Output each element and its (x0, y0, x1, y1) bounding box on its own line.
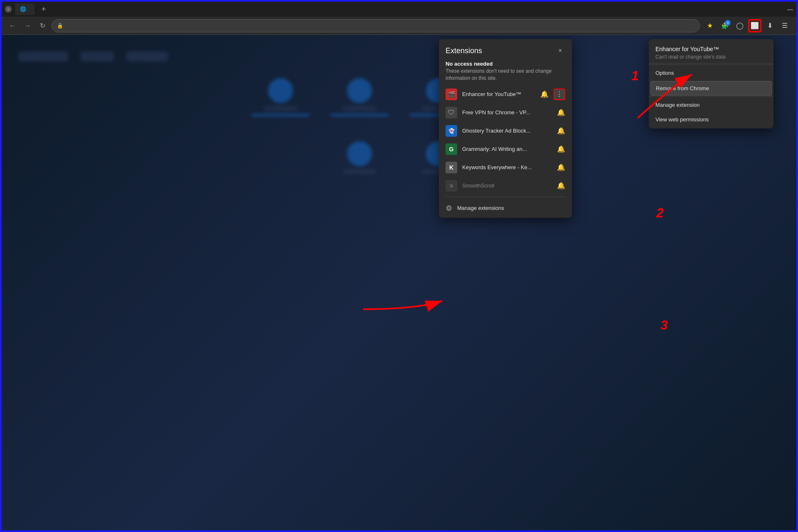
bg-line (343, 170, 376, 174)
ghostery-pin-icon[interactable]: 🔔 (557, 127, 565, 135)
extensions-counter-button[interactable]: 🧩 0 (718, 19, 732, 32)
panel-section: No access needed These extensions don't … (439, 59, 572, 85)
download-button[interactable]: ⬇ (763, 19, 776, 32)
panel-header: Extensions × (439, 39, 572, 59)
ctx-ext-status: Can't read or change site's data (655, 54, 767, 60)
ctx-remove-item[interactable]: Remove from Chrome (650, 81, 772, 96)
context-menu: Enhancer for YouTube™ Can't read or chan… (649, 39, 773, 128)
bg-line (264, 106, 297, 111)
enhancer-more-button[interactable]: ⋮ (554, 89, 565, 100)
panel-title: Extensions (446, 47, 482, 55)
browser-frame: × 🌐 + — ← → ↻ 🔒 ★ 🧩 0 ◯ ⬜ (2, 2, 796, 530)
extension-item-enhancer[interactable]: 🎬 Enhancer for YouTube™ 🔔 ⋮ (439, 85, 572, 103)
extension-item-ghostery[interactable]: 👻 Ghostery Tracker Ad Block... 🔔 (439, 122, 572, 140)
grammarly-icon: G (446, 143, 457, 155)
extensions-puzzle-icon: ⬜ (751, 22, 759, 30)
extensions-panel: Extensions × No access needed These exte… (439, 39, 572, 218)
ghostery-name: Ghostery Tracker Ad Block... (462, 128, 552, 134)
bg-avatar (268, 78, 293, 103)
extension-item-keywords[interactable]: K Keywords Everywhere - Ke... 🔔 (439, 158, 572, 177)
extension-item-smoothscroll[interactable]: ≡ SmoothScroll 🔔 (439, 177, 572, 195)
bg-element (18, 52, 68, 62)
smoothscroll-name: SmoothScroll (462, 182, 552, 189)
bg-card (330, 78, 389, 116)
menu-icon: ☰ (782, 22, 788, 30)
browser-toolbar: ← → ↻ 🔒 ★ 🧩 0 ◯ ⬜ ⬇ ☰ (2, 17, 796, 35)
active-tab[interactable]: 🌐 (15, 3, 34, 15)
enhancer-pin-icon[interactable]: 🔔 (540, 90, 549, 98)
ctx-manage-item[interactable]: Manage extension (649, 98, 773, 112)
profile-button[interactable]: ◯ (733, 19, 746, 32)
toolbar-icons: ★ 🧩 0 ◯ ⬜ ⬇ ☰ (703, 19, 791, 32)
forward-button[interactable]: → (22, 20, 33, 32)
bg-element (81, 52, 114, 62)
manage-gear-icon: ⚙ (446, 204, 452, 213)
address-bar[interactable]: 🔒 (52, 19, 700, 32)
enhancer-icon: 🎬 (446, 89, 457, 100)
ctx-options-item[interactable]: Options (649, 66, 773, 80)
keywords-name: Keywords Everywhere - Ke... (462, 164, 552, 170)
smoothscroll-icon: ≡ (446, 180, 457, 192)
vpn-icon: 🛡 (446, 107, 457, 118)
panel-close-button[interactable]: × (555, 46, 565, 56)
smoothscroll-pin-icon[interactable]: 🔔 (557, 182, 565, 190)
back-button[interactable]: ← (7, 20, 18, 32)
keywords-pin-icon[interactable]: 🔔 (557, 163, 565, 171)
bg-card (251, 78, 310, 116)
extensions-button[interactable]: ⬜ (748, 19, 761, 32)
manage-extensions-label: Manage extensions (457, 205, 504, 211)
context-menu-header: Enhancer for YouTube™ Can't read or chan… (649, 41, 773, 64)
vpn-pin-icon[interactable]: 🔔 (557, 108, 565, 116)
ctx-divider-1 (649, 64, 773, 65)
extensions-badge: 0 (725, 20, 731, 26)
menu-button[interactable]: ☰ (778, 19, 791, 32)
vpn-name: Free VPN for Chrome - VP... (462, 109, 552, 116)
ctx-ext-name: Enhancer for YouTube™ (655, 46, 767, 52)
section-heading: No access needed (446, 61, 565, 67)
bg-bar (251, 114, 310, 116)
bg-avatar (347, 141, 372, 166)
ctx-divider-2 (649, 96, 773, 97)
download-icon: ⬇ (767, 22, 773, 30)
ctx-permissions-item[interactable]: View web permissions (649, 112, 773, 127)
profile-icon: ◯ (736, 22, 744, 30)
ghostery-icon: 👻 (446, 125, 457, 137)
lock-icon: 🔒 (57, 23, 63, 29)
refresh-button[interactable]: ↻ (37, 20, 48, 32)
extension-item-vpn[interactable]: 🛡 Free VPN for Chrome - VP... 🔔 (439, 103, 572, 122)
extension-item-grammarly[interactable]: G Grammarly: AI Writing an... 🔔 (439, 140, 572, 158)
tab-favicon: 🌐 (20, 6, 26, 12)
section-subtext: These extensions don't need to see and c… (446, 68, 565, 82)
keywords-icon: K (446, 162, 457, 173)
new-tab-btn[interactable]: + (38, 3, 49, 15)
bg-bar (330, 114, 389, 116)
bg-avatar (347, 78, 372, 103)
bg-line (343, 106, 376, 111)
grammarly-name: Grammarly: AI Writing an... (462, 146, 552, 152)
window-controls[interactable]: — (787, 6, 793, 12)
bg-element (126, 52, 168, 62)
bookmark-button[interactable]: ★ (703, 19, 717, 32)
panel-divider (446, 197, 565, 197)
enhancer-name: Enhancer for YouTube™ (462, 91, 535, 97)
grammarly-pin-icon[interactable]: 🔔 (557, 145, 565, 153)
title-bar: × 🌐 + — (2, 2, 796, 17)
main-content: Extensions × No access needed These exte… (2, 35, 796, 530)
manage-extensions-row[interactable]: ⚙ Manage extensions (439, 199, 572, 218)
bg-card (330, 141, 389, 174)
tab-close-btn[interactable]: × (5, 6, 12, 12)
